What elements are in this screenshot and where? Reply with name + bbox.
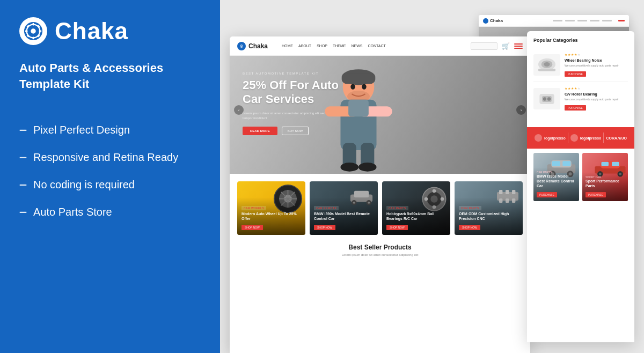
mini-nav-link-3 xyxy=(577,20,587,21)
logo-icon xyxy=(19,17,47,45)
card-btn-2[interactable]: SHOP NOW xyxy=(314,225,335,230)
svg-point-40 xyxy=(358,163,377,172)
svg-rect-49 xyxy=(354,191,369,197)
main-logo-gear-icon xyxy=(239,43,244,49)
nav-link-news[interactable]: NEWS xyxy=(352,44,363,48)
card-tag-2: CAR REMOTE xyxy=(314,206,339,210)
cat-desc-2: We can competitively supply auto parts r… xyxy=(565,98,619,101)
product-cards-row: CAR WHEELS Modern Auto Wheel Up To 25% O… xyxy=(230,174,530,239)
mechanic-illustration xyxy=(230,56,509,174)
svg-point-70 xyxy=(544,62,550,66)
slider-next-btn[interactable]: › xyxy=(516,105,526,115)
mini-nav-link-5 xyxy=(602,20,612,21)
card-title-1: Modern Auto Wheel Up To 25% Offer xyxy=(241,211,301,221)
bearing-product-icon xyxy=(536,56,558,75)
svg-point-2 xyxy=(31,28,36,34)
best-seller-title: Best Seller Products xyxy=(230,239,530,253)
nav-link-shop[interactable]: SHOP xyxy=(317,44,327,48)
feature-label-1: Pixel Perfect Design xyxy=(33,124,130,136)
stars-2: ★ ★ ★ ★ ★ xyxy=(565,86,619,90)
card-btn-3[interactable]: SHOP NOW xyxy=(386,225,408,230)
product-card-2[interactable]: CAR REMOTE BMW i390s Model Best Remote C… xyxy=(310,181,378,235)
tagline: Auto Parts & Accessories Template Kit xyxy=(19,60,191,92)
features-list: --- Pixel Perfect Design --- Responsive … xyxy=(19,124,201,218)
svg-rect-71 xyxy=(538,68,555,71)
menu-bar-3 xyxy=(514,48,523,49)
svg-point-31 xyxy=(362,84,366,89)
star-3: ★ xyxy=(571,53,574,56)
svg-rect-6 xyxy=(39,31,41,32)
banner-logo-2: logolpresso xyxy=(570,134,602,142)
card-btn-1[interactable]: SHOP NOW xyxy=(241,225,263,230)
nav-link-contact[interactable]: CONTACT xyxy=(368,44,386,48)
menu-bar-1 xyxy=(514,43,523,45)
svg-rect-79 xyxy=(562,161,570,166)
category-product-img-1 xyxy=(533,54,560,76)
hamburger-menu-icon[interactable] xyxy=(514,43,523,49)
star-8: ★ xyxy=(571,86,574,90)
svg-point-30 xyxy=(350,84,355,89)
bottom-product-card-2[interactable]: SPORT CAR Sport Performance Parts PURCHA… xyxy=(582,153,628,201)
card-title-4: OEM ODM Customized High Precision CNC xyxy=(459,211,518,221)
feature-dash-4: --- xyxy=(19,207,26,218)
left-panel: Chaka Auto Parts & Accessories Template … xyxy=(0,0,220,353)
svg-rect-36 xyxy=(348,100,369,116)
svg-rect-63 xyxy=(506,190,509,194)
categories-section: Popular Categories ★ xyxy=(527,31,634,122)
product-card-1[interactable]: CAR WHEELS Modern Auto Wheel Up To 25% O… xyxy=(237,181,305,235)
cat-btn-2[interactable]: PURCHASE xyxy=(565,105,586,111)
bottom-card-content-2: SPORT CAR Sport Performance Parts PURCHA… xyxy=(582,172,628,201)
product-card-4[interactable]: OEM PARTS OEM ODM Customized High Precis… xyxy=(455,181,523,235)
category-item-2: ★ ★ ★ ★ ★ C/v Roller Bearing We can comp… xyxy=(533,82,628,115)
product-card-overlay-2: CAR REMOTE BMW i390s Model Best Remote C… xyxy=(310,197,378,235)
bottom-card-btn-2[interactable]: PURCHASE xyxy=(586,192,606,197)
cat-name-1: Wheel Bearing Noise xyxy=(565,58,619,63)
star-10: ★ xyxy=(577,86,580,90)
star-9: ★ xyxy=(574,86,577,90)
svg-rect-62 xyxy=(499,190,502,194)
star-2: ★ xyxy=(568,53,570,56)
feature-dash-1: --- xyxy=(19,124,26,136)
banner-logo-1: logolpresso xyxy=(535,134,566,142)
red-banner: logolpresso logolpresso CORA.WJO xyxy=(527,127,634,149)
svg-rect-4 xyxy=(33,36,34,39)
cart-icon[interactable]: 🛒 xyxy=(502,42,510,50)
bottom-card-title-2: Sport Performance Parts xyxy=(586,179,625,188)
bottom-card-btn-1[interactable]: PURCHASE xyxy=(537,192,557,197)
bottom-card-content-1: CAR PARTS BMW i390s Model Best Remote Co… xyxy=(533,167,579,201)
category-product-img-2 xyxy=(533,88,560,109)
best-seller-subtitle: Lorem ipsum dolor sit amet consectetur a… xyxy=(230,253,530,261)
bottom-card-title-1: BMW i390s Model Best Remote Control Car xyxy=(537,174,576,188)
mini-logo-circle-back xyxy=(483,18,488,24)
nav-links: HOME ABOUT SHOP THEME NEWS CONTACT xyxy=(282,44,386,48)
nav-link-home[interactable]: HOME xyxy=(282,44,293,48)
main-logo-circle xyxy=(237,42,246,50)
main-logo-text: Chaka xyxy=(248,42,268,50)
card-title-3: Hobbypark 5x60x4mm Ball Bearings R/C Car xyxy=(386,211,446,221)
mini-nav-links-back xyxy=(553,20,612,21)
svg-rect-3 xyxy=(33,23,34,26)
nav-search-input[interactable] xyxy=(471,42,497,50)
feature-dash-2: --- xyxy=(19,152,26,163)
svg-rect-78 xyxy=(552,161,560,166)
category-info-1: ★ ★ ★ ★ ★ Wheel Bearing Noise We can com… xyxy=(565,53,619,77)
bottom-product-card-1[interactable]: CAR PARTS BMW i390s Model Best Remote Co… xyxy=(533,153,579,201)
cat-name-2: C/v Roller Bearing xyxy=(565,92,619,97)
nav-link-theme[interactable]: THEME xyxy=(333,44,346,48)
star-6: ★ xyxy=(565,86,567,90)
banner-logo-text-1: logolpresso xyxy=(544,136,566,140)
card-btn-4[interactable]: SHOP NOW xyxy=(459,225,480,230)
star-1: ★ xyxy=(565,53,567,56)
mini-logo-text-back: Chaka xyxy=(490,18,503,23)
card-tag-1: CAR WHEELS xyxy=(241,206,266,210)
star-7: ★ xyxy=(568,86,570,90)
cat-btn-1[interactable]: PURCHASE xyxy=(565,71,586,77)
product-card-3[interactable]: CAR PARTS Hobbypark 5x60x4mm Ball Bearin… xyxy=(382,181,450,235)
feature-label-4: Auto Parts Store xyxy=(33,206,112,218)
menu-bar-2 xyxy=(514,46,523,47)
product-card-overlay-4: OEM PARTS OEM ODM Customized High Precis… xyxy=(455,197,523,235)
main-nav: Chaka HOME ABOUT SHOP THEME NEWS CONTACT… xyxy=(230,36,530,56)
category-item-1: ★ ★ ★ ★ ★ Wheel Bearing Noise We can com… xyxy=(533,48,628,82)
nav-link-about[interactable]: ABOUT xyxy=(298,44,311,48)
cat-desc-1: We can competitively supply auto parts r… xyxy=(565,64,619,68)
